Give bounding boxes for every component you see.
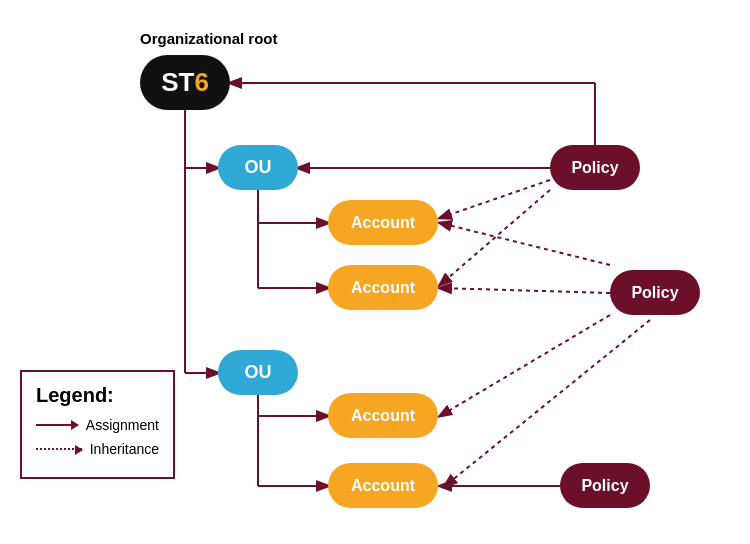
inheritance-label: Inheritance (90, 441, 159, 457)
inheritance-line-icon (36, 448, 82, 450)
root-label-num: 6 (194, 67, 208, 98)
root-node: ST6 (140, 55, 230, 110)
ou-node-1: OU (218, 145, 298, 190)
policy-node-3: Policy (560, 463, 650, 508)
legend-title: Legend: (36, 384, 159, 407)
account-label-3: Account (351, 407, 415, 425)
root-label-st: ST (161, 67, 194, 98)
account-node-2: Account (328, 265, 438, 310)
account-node-3: Account (328, 393, 438, 438)
svg-line-15 (440, 288, 610, 293)
assignment-line-icon (36, 424, 78, 426)
ou-node-2: OU (218, 350, 298, 395)
policy-node-2: Policy (610, 270, 700, 315)
svg-line-17 (440, 180, 550, 218)
policy-node-1: Policy (550, 145, 640, 190)
account-label-4: Account (351, 477, 415, 495)
svg-line-14 (440, 223, 610, 265)
legend-assignment: Assignment (36, 417, 159, 433)
account-label-2: Account (351, 279, 415, 297)
ou-label-2: OU (245, 362, 272, 383)
assignment-label: Assignment (86, 417, 159, 433)
org-root-label: Organizational root (140, 30, 278, 47)
svg-line-18 (440, 190, 550, 285)
account-node-1: Account (328, 200, 438, 245)
legend-box: Legend: Assignment Inheritance (20, 370, 175, 479)
account-label-1: Account (351, 214, 415, 232)
ou-label-1: OU (245, 157, 272, 178)
svg-line-16 (440, 315, 610, 416)
legend-inheritance: Inheritance (36, 441, 159, 457)
diagram-container: Organizational root (0, 0, 750, 544)
policy-label-3: Policy (581, 477, 628, 495)
account-node-4: Account (328, 463, 438, 508)
policy-label-2: Policy (631, 284, 678, 302)
policy-label-1: Policy (571, 159, 618, 177)
svg-line-20 (445, 320, 650, 486)
